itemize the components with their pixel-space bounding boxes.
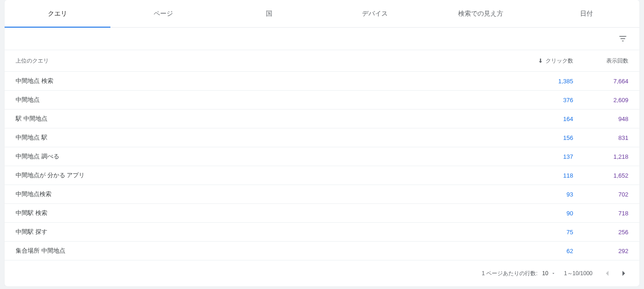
cell-clicks: 90: [518, 210, 573, 217]
table-row[interactable]: 中間地点 調べる1371,218: [5, 147, 639, 166]
cell-impressions: 702: [573, 191, 628, 198]
tab-query[interactable]: クエリ: [5, 0, 110, 27]
cell-impressions: 831: [573, 134, 628, 141]
page-range-text: 1～10/1000: [564, 270, 592, 277]
filter-button[interactable]: [617, 33, 628, 44]
cell-query: 中間地点 駅: [16, 133, 518, 142]
tab-country[interactable]: 国: [216, 0, 322, 27]
pagination-nav: [601, 267, 630, 280]
table-toolbar: [5, 28, 639, 50]
cell-clicks: 62: [518, 248, 573, 254]
tab-label: ページ: [154, 10, 173, 18]
cell-clicks: 93: [518, 191, 573, 198]
cell-impressions: 256: [573, 229, 628, 236]
cell-query: 中間駅 探す: [16, 228, 518, 236]
page-range: 1～10/1000: [564, 270, 592, 277]
cell-clicks: 137: [518, 153, 573, 160]
tab-search-appearance[interactable]: 検索での見え方: [428, 0, 534, 27]
chevron-left-icon: [602, 268, 612, 278]
cell-impressions: 1,218: [573, 153, 628, 160]
query-table-card: クエリ ページ 国 デバイス 検索での見え方 日付 上位のクエリ クリック数 表…: [5, 0, 639, 286]
cell-query: 駅 中間地点: [16, 115, 518, 123]
tab-label: 検索での見え方: [458, 10, 503, 18]
cell-impressions: 718: [573, 210, 628, 217]
tab-page[interactable]: ページ: [110, 0, 216, 27]
table-row[interactable]: 駅 中間地点164948: [5, 110, 639, 128]
tab-label: 日付: [580, 10, 593, 18]
rows-per-page-select[interactable]: 10: [542, 270, 556, 277]
cell-clicks: 75: [518, 229, 573, 236]
chevron-right-icon: [619, 268, 629, 278]
cell-impressions: 1,652: [573, 172, 628, 179]
table-row[interactable]: 中間地点3762,609: [5, 91, 639, 110]
cell-clicks: 118: [518, 172, 573, 179]
rows-per-page: 1 ページあたりの行数: 10: [482, 270, 556, 277]
column-header-label: 表示回数: [606, 58, 628, 64]
cell-impressions: 7,664: [573, 78, 628, 85]
cell-query: 中間地点: [16, 96, 518, 104]
column-header-impressions[interactable]: 表示回数: [573, 57, 628, 65]
cell-query: 中間駅 検索: [16, 209, 518, 217]
tab-date[interactable]: 日付: [534, 0, 639, 27]
cell-impressions: 948: [573, 116, 628, 122]
table-row[interactable]: 中間駅 探す75256: [5, 223, 639, 242]
rows-per-page-label: 1 ページあたりの行数:: [482, 270, 537, 277]
tab-device[interactable]: デバイス: [322, 0, 428, 27]
cell-clicks: 164: [518, 116, 573, 122]
tab-label: デバイス: [362, 10, 388, 18]
prev-page-button[interactable]: [601, 267, 614, 280]
table-header-row: 上位のクエリ クリック数 表示回数: [5, 50, 639, 72]
table-row[interactable]: 中間地点検索93702: [5, 185, 639, 204]
column-header-clicks[interactable]: クリック数: [518, 57, 573, 65]
column-header-label: 上位のクエリ: [16, 58, 49, 64]
cell-clicks: 156: [518, 134, 573, 141]
tab-label: 国: [266, 10, 272, 18]
sort-desc-icon: [537, 58, 544, 64]
table-row[interactable]: 中間地点 駅156831: [5, 128, 639, 147]
table-row[interactable]: 集合場所 中間地点62292: [5, 242, 639, 260]
cell-clicks: 376: [518, 97, 573, 104]
cell-impressions: 2,609: [573, 97, 628, 104]
tab-label: クエリ: [48, 10, 67, 18]
cell-impressions: 292: [573, 248, 628, 254]
cell-query: 集合場所 中間地点: [16, 247, 518, 255]
table-body: 中間地点 検索1,3857,664中間地点3762,609駅 中間地点16494…: [5, 72, 639, 260]
cell-query: 中間地点 調べる: [16, 152, 518, 161]
cell-clicks: 1,385: [518, 78, 573, 85]
rows-per-page-value: 10: [542, 270, 548, 277]
dropdown-icon: [551, 271, 556, 276]
cell-query: 中間地点が 分かる アプリ: [16, 171, 518, 179]
tab-bar: クエリ ページ 国 デバイス 検索での見え方 日付: [5, 0, 639, 28]
column-header-label: クリック数: [546, 57, 573, 65]
table-row[interactable]: 中間地点が 分かる アプリ1181,652: [5, 166, 639, 185]
cell-query: 中間地点検索: [16, 190, 518, 198]
table-footer: 1 ページあたりの行数: 10 1～10/1000: [5, 260, 639, 286]
table-row[interactable]: 中間地点 検索1,3857,664: [5, 72, 639, 91]
next-page-button[interactable]: [617, 267, 630, 280]
filter-icon: [618, 34, 627, 43]
table-row[interactable]: 中間駅 検索90718: [5, 204, 639, 223]
cell-query: 中間地点 検索: [16, 77, 518, 85]
column-header-query[interactable]: 上位のクエリ: [16, 57, 518, 65]
